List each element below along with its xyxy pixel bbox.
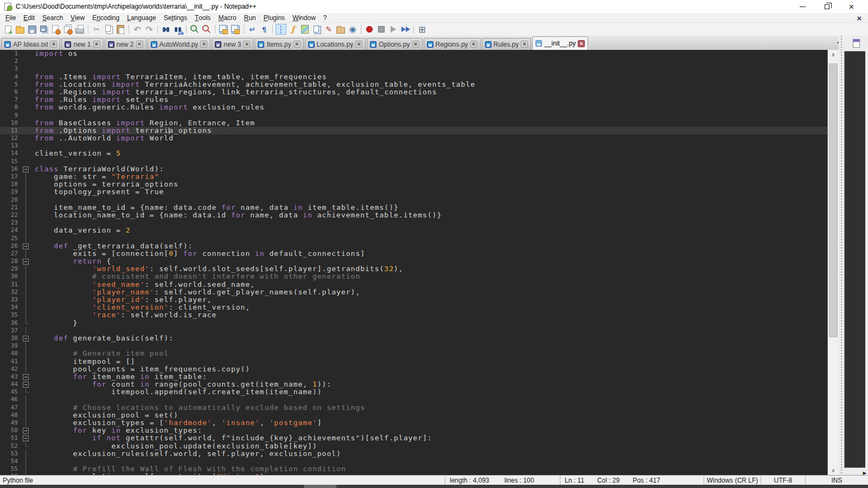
code-line-10[interactable]: 10from BaseClasses import Region, Entran… <box>0 119 827 127</box>
scroll-up-icon[interactable] <box>828 50 839 59</box>
new-file-icon[interactable] <box>3 24 14 35</box>
menu-item-file[interactable]: File <box>2 13 20 22</box>
code-line-55[interactable]: 55 # Prefill the Wall of Flesh with the … <box>0 465 827 473</box>
menu-item-macro[interactable]: Macro <box>214 13 240 22</box>
code-line-4[interactable]: 4from .Items import TerrariaItem, item_t… <box>0 73 827 81</box>
code-line-43[interactable]: 43 for item_name in item_table: <box>0 373 827 381</box>
fold-marker-icon[interactable] <box>21 335 30 342</box>
redo-icon[interactable] <box>144 24 155 35</box>
tab-close-icon[interactable] <box>50 41 57 48</box>
tab-ap-ideas-txt[interactable]: AP Ideas.txt <box>1 38 60 50</box>
code-line-48[interactable]: 48 exclusion_pool = set() <box>0 412 827 419</box>
code-line-32[interactable]: 32 'player_name': self.world.get_player_… <box>0 288 827 296</box>
code-line-49[interactable]: 49 exclusion_types = ['hardmode', 'insan… <box>0 419 827 427</box>
sync-scroll-horizontal-icon[interactable] <box>230 24 241 35</box>
code-line-7[interactable]: 7from .Rules import set_rules <box>0 96 827 104</box>
tab-locations-py[interactable]: Locations.py <box>305 38 366 50</box>
tab-close-icon[interactable] <box>470 41 477 48</box>
code-line-25[interactable]: 25 <box>0 235 827 242</box>
sync-scroll-vertical-icon[interactable] <box>218 24 229 35</box>
panel-splitter[interactable] <box>839 36 844 475</box>
replace-icon[interactable] <box>173 24 183 35</box>
zoom-in-icon[interactable] <box>189 24 200 35</box>
code-line-14[interactable]: 14client_version = 5 <box>0 150 827 157</box>
code-line-46[interactable]: 46 <box>0 396 827 403</box>
code-line-44[interactable]: 44 for count in range(pool_counts.get(it… <box>0 381 827 388</box>
code-line-56[interactable]: 56 completion = self.create_item("Victor… <box>0 473 827 475</box>
scrollbar-track[interactable] <box>828 59 839 466</box>
close-all-icon[interactable] <box>62 24 73 35</box>
tab-close-icon[interactable] <box>93 41 100 48</box>
menu-item-window[interactable]: Window <box>289 13 320 22</box>
open-folder-icon[interactable] <box>15 24 25 35</box>
panel-scroll-right-icon[interactable] <box>863 467 866 477</box>
menu-item-settings[interactable]: Settings <box>160 13 191 22</box>
scrollbar-thumb[interactable] <box>829 63 838 337</box>
code-line-13[interactable]: 13 <box>0 142 827 150</box>
save-icon[interactable] <box>27 24 37 35</box>
code-line-27[interactable]: 27 exits = [connection[0] for connection… <box>0 250 827 258</box>
code-line-35[interactable]: 35 'race': self.world.is_race <box>0 311 827 319</box>
tab-init-py[interactable]: __init__.py <box>532 36 588 50</box>
document-list-icon[interactable] <box>311 24 322 35</box>
tab-rules-py[interactable]: Rules.py <box>482 38 532 50</box>
tab-close-icon[interactable] <box>355 41 362 48</box>
status-typing-mode[interactable]: INS <box>805 476 868 485</box>
paste-icon[interactable] <box>115 24 126 35</box>
code-line-40[interactable]: 40 # Generate item pool <box>0 350 827 357</box>
tab-close-icon[interactable] <box>136 41 143 48</box>
fold-marker-icon[interactable] <box>21 434 30 442</box>
tab-close-icon[interactable] <box>412 41 419 48</box>
code-line-9[interactable]: 9 <box>0 112 827 119</box>
menu-item-encoding[interactable]: Encoding <box>88 13 123 22</box>
code-line-2[interactable]: 2 <box>0 57 827 65</box>
code-line-1[interactable]: 1import os <box>0 50 827 57</box>
code-line-5[interactable]: 5from .Locations import TerrariaAchievem… <box>0 81 827 88</box>
code-line-11[interactable]: 11from .Options import terraria_options <box>0 127 827 134</box>
code-line-52[interactable]: 52 exclusion_pool.update(exclusion_table… <box>0 442 827 450</box>
function-list-icon[interactable] <box>288 24 298 35</box>
vertical-scrollbar[interactable] <box>827 50 839 475</box>
menu-item-edit[interactable]: Edit <box>20 13 39 22</box>
macro-record-icon[interactable] <box>364 24 375 35</box>
tab-close-icon[interactable] <box>578 40 585 47</box>
tab-options-py[interactable]: Options.py <box>367 38 422 50</box>
zoom-out-icon[interactable] <box>201 24 212 35</box>
tab-new-3[interactable]: new 3 <box>212 38 253 50</box>
find-icon[interactable] <box>161 24 171 35</box>
editor[interactable]: 1import os234from .Items import Terraria… <box>0 50 827 475</box>
code-line-17[interactable]: 17 game: str = "Terraria" <box>0 173 827 181</box>
code-line-8[interactable]: 8from worlds.generic.Rules import exclus… <box>0 104 827 111</box>
menu-item-run[interactable]: Run <box>240 13 260 22</box>
status-eol-format[interactable]: Windows (CR LF) <box>704 476 761 485</box>
document-map-body[interactable] <box>844 51 865 468</box>
copy-icon[interactable] <box>103 24 114 35</box>
code-line-36[interactable]: 36 } <box>0 319 827 327</box>
word-wrap-icon[interactable] <box>247 24 258 35</box>
tab-close-icon[interactable] <box>521 41 528 48</box>
code-line-41[interactable]: 41 itempool = [] <box>0 358 827 365</box>
code-line-54[interactable]: 54 <box>0 458 827 465</box>
tab-new-1[interactable]: new 1 <box>61 38 103 50</box>
folder-as-workspace-icon[interactable] <box>335 24 346 35</box>
document-map-icon[interactable] <box>299 24 310 35</box>
code-line-39[interactable]: 39 <box>0 342 827 350</box>
fold-marker-icon[interactable] <box>21 427 30 434</box>
show-indent-guide-icon[interactable] <box>276 24 286 35</box>
tab-new-2[interactable]: new 2 <box>105 38 146 50</box>
code-line-15[interactable]: 15 <box>0 158 827 165</box>
code-line-45[interactable]: 45 itempool.append(self.create_item(item… <box>0 388 827 396</box>
code-line-21[interactable]: 21 item_name_to_id = {name: data.code fo… <box>0 204 827 211</box>
menu-item-language[interactable]: Language <box>123 13 159 22</box>
tab-close-icon[interactable] <box>243 41 250 48</box>
scroll-down-icon[interactable] <box>828 466 839 475</box>
code-line-53[interactable]: 53 exclusion_rules(self.world, self.play… <box>0 450 827 458</box>
code-line-18[interactable]: 18 options = terraria_options <box>0 181 827 188</box>
menu-item-search[interactable]: Search <box>39 13 67 22</box>
monitoring-icon[interactable] <box>347 24 358 35</box>
user-defined-language-icon[interactable] <box>323 24 334 35</box>
code-line-50[interactable]: 50 for key in exclusion_types: <box>0 427 827 434</box>
fold-marker-icon[interactable] <box>21 258 30 265</box>
macro-play-icon[interactable] <box>388 24 399 35</box>
show-all-characters-icon[interactable] <box>259 24 270 35</box>
